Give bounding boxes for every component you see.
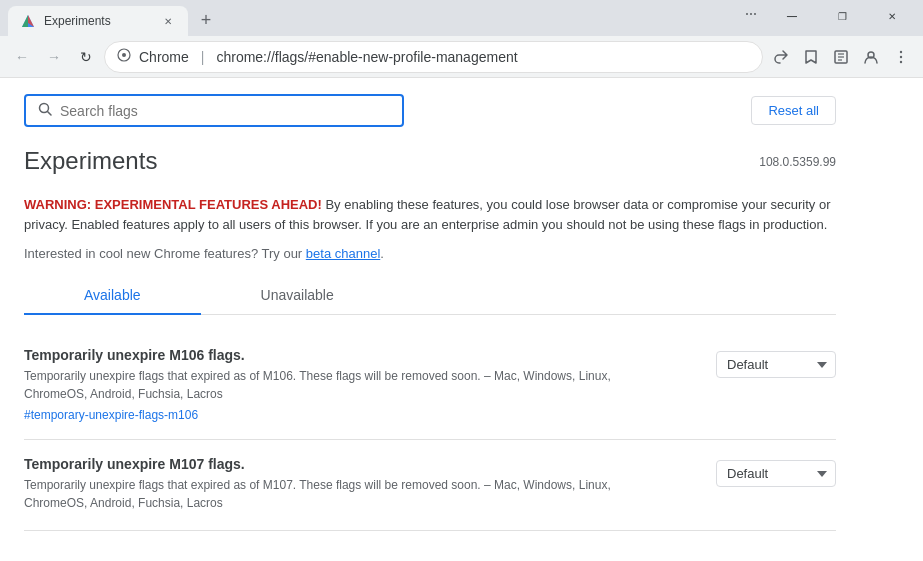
tabs-row: Available Unavailable bbox=[24, 277, 836, 315]
flag-control-m106[interactable]: Default Enabled Disabled bbox=[716, 351, 836, 378]
svg-point-11 bbox=[900, 55, 902, 57]
search-icon bbox=[38, 102, 52, 119]
flag-info-m107: Temporarily unexpire M107 flags. Tempora… bbox=[24, 456, 664, 514]
address-path: chrome://flags/#enable-new-profile-manag… bbox=[216, 49, 517, 65]
address-separator: | bbox=[201, 49, 205, 65]
tab-title: Experiments bbox=[44, 14, 152, 28]
flag-info-m106: Temporarily unexpire M106 flags. Tempora… bbox=[24, 347, 664, 423]
flag-name-m106: Temporarily unexpire M106 flags. bbox=[24, 347, 664, 363]
refresh-button[interactable]: ↻ bbox=[72, 43, 100, 71]
window-restore-button[interactable]: ❐ bbox=[819, 0, 865, 32]
back-button[interactable]: ← bbox=[8, 43, 36, 71]
window-extra-button[interactable]: ⋯ bbox=[737, 0, 765, 28]
browser-tab[interactable]: Experiments ✕ bbox=[8, 6, 188, 36]
flag-control-m107[interactable]: Default Enabled Disabled bbox=[716, 460, 836, 487]
browser-toolbar: ← → ↻ Chrome | chrome://flags/#enable-ne… bbox=[0, 36, 923, 78]
beta-channel-link[interactable]: beta channel bbox=[306, 246, 380, 261]
search-input[interactable] bbox=[60, 103, 390, 119]
warning-section: WARNING: EXPERIMENTAL FEATURES AHEAD! By… bbox=[24, 195, 836, 234]
search-row: Reset all bbox=[24, 94, 836, 127]
tab-favicon bbox=[20, 13, 36, 29]
search-box[interactable] bbox=[24, 94, 404, 127]
beta-section: Interested in cool new Chrome features? … bbox=[24, 246, 836, 261]
flag-desc-m107: Temporarily unexpire flags that expired … bbox=[24, 476, 664, 512]
address-brand: Chrome bbox=[139, 49, 189, 65]
svg-point-4 bbox=[122, 53, 126, 57]
flag-name-m107: Temporarily unexpire M107 flags. bbox=[24, 456, 664, 472]
tab-available[interactable]: Available bbox=[24, 277, 201, 315]
title-bar: Experiments ✕ + ⋯ ─ ❐ ✕ bbox=[0, 0, 923, 36]
main-content: Reset all Experiments 108.0.5359.99 WARN… bbox=[0, 78, 923, 561]
profile-button[interactable] bbox=[857, 43, 885, 71]
window-close-button[interactable]: ✕ bbox=[869, 0, 915, 32]
beta-text: Interested in cool new Chrome features? … bbox=[24, 246, 306, 261]
reading-mode-button[interactable] bbox=[827, 43, 855, 71]
reset-all-button[interactable]: Reset all bbox=[751, 96, 836, 125]
window-controls: ⋯ ─ ❐ ✕ bbox=[737, 0, 915, 32]
flag-link-m106[interactable]: #temporary-unexpire-flags-m106 bbox=[24, 408, 198, 422]
page-title: Experiments bbox=[24, 147, 157, 175]
new-tab-button[interactable]: + bbox=[192, 6, 220, 34]
menu-button[interactable] bbox=[887, 43, 915, 71]
warning-title: WARNING: EXPERIMENTAL FEATURES AHEAD! bbox=[24, 197, 322, 212]
flag-select-m107[interactable]: Default Enabled Disabled bbox=[716, 460, 836, 487]
share-button[interactable] bbox=[767, 43, 795, 71]
tab-close-button[interactable]: ✕ bbox=[160, 13, 176, 29]
svg-point-12 bbox=[900, 60, 902, 62]
window-minimize-button[interactable]: ─ bbox=[769, 0, 815, 32]
svg-point-10 bbox=[900, 50, 902, 52]
flag-item-m106: Temporarily unexpire M106 flags. Tempora… bbox=[24, 331, 836, 440]
version-text: 108.0.5359.99 bbox=[759, 155, 836, 169]
beta-suffix: . bbox=[380, 246, 384, 261]
site-security-icon bbox=[117, 48, 131, 65]
forward-button[interactable]: → bbox=[40, 43, 68, 71]
toolbar-actions bbox=[767, 43, 915, 71]
svg-marker-1 bbox=[22, 15, 28, 27]
bookmark-button[interactable] bbox=[797, 43, 825, 71]
flag-item-m107: Temporarily unexpire M107 flags. Tempora… bbox=[24, 440, 836, 531]
address-bar[interactable]: Chrome | chrome://flags/#enable-new-prof… bbox=[104, 41, 763, 73]
svg-line-14 bbox=[48, 112, 52, 116]
tab-unavailable[interactable]: Unavailable bbox=[201, 277, 394, 315]
flag-desc-m106: Temporarily unexpire flags that expired … bbox=[24, 367, 664, 403]
flag-select-m106[interactable]: Default Enabled Disabled bbox=[716, 351, 836, 378]
